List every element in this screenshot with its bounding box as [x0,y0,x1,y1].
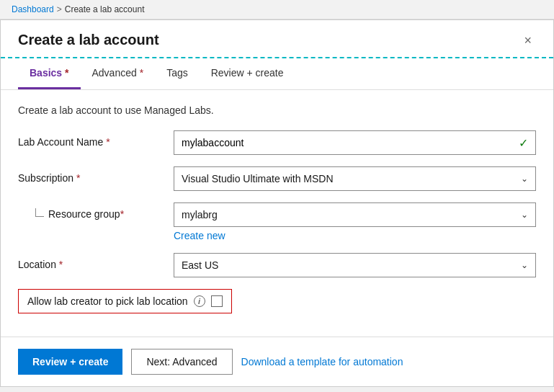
modal: Create a lab account × Basics * Advanced… [0,19,554,387]
subscription-label: Subscription * [18,166,162,184]
tab-basics[interactable]: Basics * [18,58,81,89]
subscription-control: Visual Studio Ultimate with MSDN ⌄ [174,166,536,191]
download-template-link[interactable]: Download a template for automation [241,356,403,368]
location-control: East US ⌄ [174,253,536,277]
modal-title: Create a lab account [18,32,159,48]
subscription-row: Subscription * Visual Studio Ultimate wi… [18,166,536,191]
lab-account-name-control: ✓ [174,130,536,155]
tabs-bar: Basics * Advanced * Tags Review + create [1,58,553,90]
resource-group-value: mylabrg [182,209,218,220]
resource-group-row: Resource group * mylabrg ⌄ Create new [18,202,536,241]
modal-footer: Review + create Next: Advanced Download … [1,337,553,386]
resource-group-control: mylabrg ⌄ Create new [174,202,536,241]
breadcrumb-separator: > [57,4,62,14]
info-icon[interactable]: i [194,295,205,307]
next-advanced-button[interactable]: Next: Advanced [131,349,232,375]
lab-account-name-input-wrapper[interactable]: ✓ [174,130,536,155]
sub-arrow-icon [35,208,44,217]
tab-advanced-label: Advanced [92,67,137,79]
lab-account-name-input[interactable] [174,131,511,154]
tab-advanced[interactable]: Advanced * [81,58,156,89]
tab-basics-required: * [62,67,68,79]
tab-advanced-required: * [137,67,143,79]
location-label: Location * [18,253,162,270]
breadcrumb: Dashboard > Create a lab account [0,0,554,19]
resource-group-label: Resource group * [18,202,162,220]
location-row: Location * East US ⌄ [18,253,536,277]
tab-basics-label: Basics [30,67,62,79]
tab-review-create[interactable]: Review + create [200,58,295,89]
breadcrumb-dashboard[interactable]: Dashboard [12,4,54,14]
close-button[interactable]: × [519,32,536,48]
breadcrumb-current: Create a lab account [65,4,145,14]
form-description: Create a lab account to use Managed Labs… [18,104,536,116]
allow-lab-box[interactable]: Allow lab creator to pick lab location i [18,289,232,313]
resource-group-chevron-icon: ⌄ [521,210,528,220]
tab-tags-label: Tags [166,67,188,79]
allow-lab-label: Allow lab creator to pick lab location [27,295,188,307]
modal-body: Create a lab account to use Managed Labs… [1,90,553,337]
location-chevron-icon: ⌄ [521,260,528,270]
subscription-value: Visual Studio Ultimate with MSDN [182,173,334,184]
lab-account-name-label: Lab Account Name * [18,130,162,148]
location-value: East US [182,259,218,271]
location-select[interactable]: East US ⌄ [174,253,536,277]
modal-header: Create a lab account × [1,20,553,58]
allow-lab-section: Allow lab creator to pick lab location i [18,289,536,313]
allow-lab-checkbox[interactable] [211,295,223,307]
create-new-link[interactable]: Create new [174,230,225,241]
tab-review-label: Review + create [211,67,284,79]
tab-tags[interactable]: Tags [155,58,200,89]
check-icon: ✓ [511,136,535,150]
lab-account-name-row: Lab Account Name * ✓ [18,130,536,155]
subscription-select[interactable]: Visual Studio Ultimate with MSDN ⌄ [174,166,536,191]
subscription-chevron-icon: ⌄ [521,174,528,184]
resource-group-select[interactable]: mylabrg ⌄ [174,202,536,227]
review-create-button[interactable]: Review + create [18,349,122,375]
